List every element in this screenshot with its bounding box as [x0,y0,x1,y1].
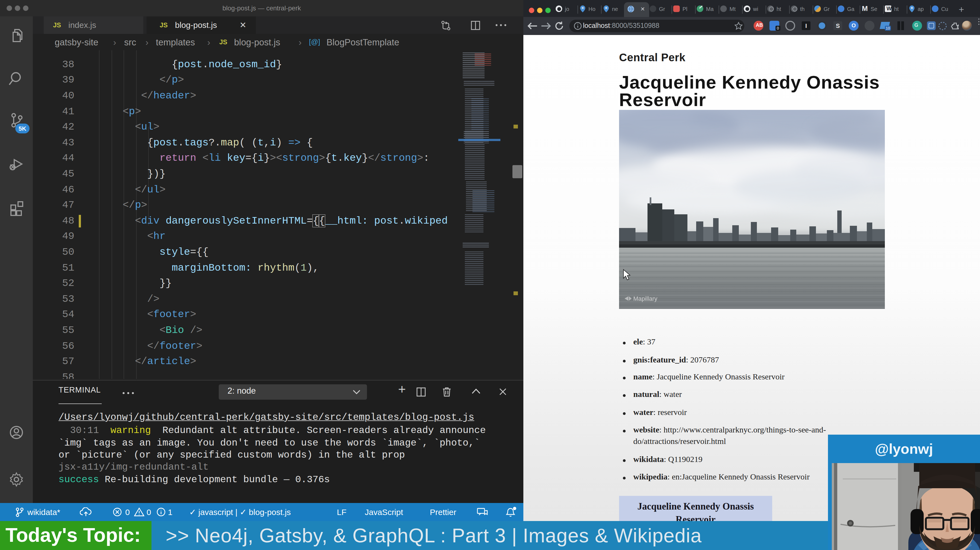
svg-text:Mapillary: Mapillary [633,295,657,302]
